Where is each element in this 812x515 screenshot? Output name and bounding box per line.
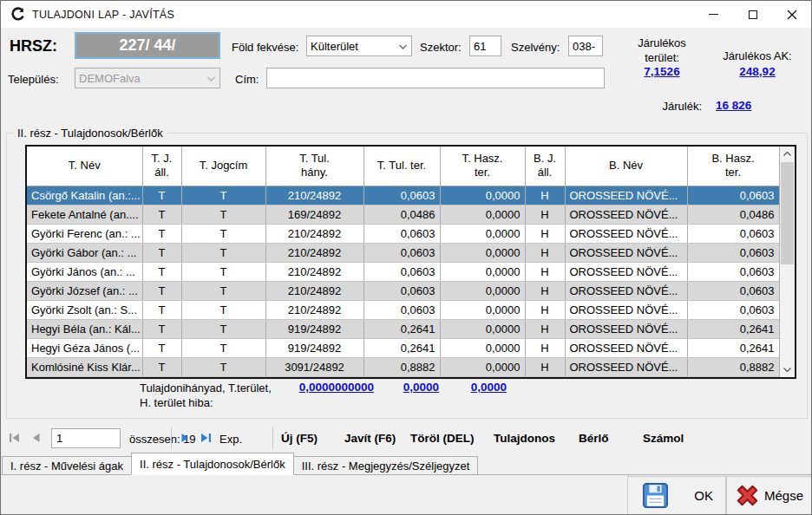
vertical-scrollbar[interactable] — [779, 147, 795, 377]
cell: T — [142, 262, 181, 281]
new-button[interactable]: Új (F5) — [281, 432, 318, 445]
table-row[interactable]: Hegyi Béla (an.: Kál...TT919/248920,2641… — [27, 319, 779, 338]
previous-record-icon — [31, 433, 42, 443]
fold-fekvese-value: Külterület — [311, 40, 358, 53]
table-row[interactable]: Komlósiné Kiss Klár...TT3091/248920,8882… — [27, 357, 779, 376]
edit-button[interactable]: Javít (F6) — [344, 432, 396, 445]
cell: Komlósiné Kiss Klár... — [27, 357, 142, 376]
delete-button[interactable]: Töröl (DEL) — [410, 432, 475, 445]
cell: 0,0000 — [440, 262, 525, 281]
table-row[interactable]: Györki János (an.: ...TT210/248920,06030… — [27, 262, 779, 281]
fold-fekvese-select[interactable]: Külterület — [306, 36, 412, 56]
column-header[interactable]: T. Tul. hány. — [265, 147, 363, 186]
szelveny-input[interactable]: 038- — [568, 36, 603, 56]
ok-label: OK — [694, 488, 713, 503]
cell: T — [142, 224, 181, 243]
owner-button[interactable]: Tulajdonos — [494, 432, 555, 445]
cancel-button[interactable]: Mégse — [726, 476, 812, 515]
szelveny-value: 038- — [573, 40, 595, 53]
table-row[interactable]: Fekete Antalné (an....TT169/248920,04860… — [27, 205, 779, 224]
cell: 0,8882 — [363, 357, 440, 376]
table-row[interactable]: Györki Zsolt (an.: S...TT210/248920,0603… — [27, 300, 779, 319]
column-header[interactable]: B. Hasz. ter. — [687, 147, 779, 186]
cell: 0,0000 — [440, 319, 525, 338]
cell: 0,0000 — [440, 224, 525, 243]
scrollbar-thumb[interactable] — [781, 162, 794, 264]
cell: T — [142, 186, 181, 205]
chevron-down-icon — [399, 44, 407, 49]
cell: 0,8882 — [687, 357, 779, 376]
jarulekos-terulet-value: 7,1526 — [619, 65, 705, 78]
owners-table: T. NévT. J. áll.T. JogcímT. Tul. hány.T.… — [27, 147, 780, 377]
cell: OROSSEED NÖVÉ... — [565, 357, 687, 376]
cell: 0,0000 — [440, 357, 525, 376]
cell: OROSSEED NÖVÉ... — [565, 300, 687, 319]
cim-label: Cím: — [235, 73, 259, 86]
tulajdoni-lap-window: TULAJDONI LAP - JAVÍTÁS HRSZ: 227/ 44/ F… — [0, 0, 812, 515]
column-header[interactable]: T. Hasz. ter. — [440, 147, 525, 186]
record-number-input[interactable]: 1 — [51, 428, 121, 448]
first-record-button[interactable] — [5, 429, 24, 447]
column-header[interactable]: T. Név — [27, 147, 142, 186]
cell: T — [181, 338, 265, 357]
cell: T — [142, 357, 181, 376]
cell: 0,0000 — [440, 300, 525, 319]
table-row[interactable]: Györki Ferenc (an.: ...TT210/248920,0603… — [27, 224, 779, 243]
table-row[interactable]: Csörgő Katalin (an.:...TT210/248920,0603… — [27, 186, 779, 205]
column-header[interactable]: T. J. áll. — [142, 147, 181, 186]
column-header[interactable]: T. Tul. ter. — [363, 147, 440, 186]
save-icon — [642, 482, 669, 509]
ok-button[interactable]: OK — [627, 476, 726, 515]
cell: 210/24892 — [265, 243, 363, 262]
cell: OROSSEED NÖVÉ... — [565, 338, 687, 357]
cell: 0,0603 — [363, 281, 440, 300]
cell: T — [142, 300, 181, 319]
minimize-button[interactable] — [694, 1, 733, 28]
cell: 919/24892 — [265, 338, 363, 357]
next-record-button[interactable] — [175, 429, 194, 447]
szektor-input[interactable]: 61 — [469, 36, 501, 56]
szektor-value: 61 — [474, 40, 486, 53]
cell: 0,2641 — [363, 319, 440, 338]
telepules-select[interactable]: DEMOFalva — [75, 68, 220, 88]
column-header[interactable]: T. Jogcím — [181, 147, 265, 186]
scroll-up-button[interactable] — [780, 147, 795, 161]
cancel-label: Mégse — [764, 488, 803, 503]
scroll-down-button[interactable] — [780, 362, 795, 377]
cell: H — [525, 205, 565, 224]
table-row[interactable]: Györki József (an.: ...TT210/248920,0603… — [27, 281, 779, 300]
cell: Hegyi Béla (an.: Kál... — [27, 319, 142, 338]
cell: 210/24892 — [265, 186, 363, 205]
cell: 0,0603 — [687, 186, 779, 205]
renter-button[interactable]: Bérlő — [579, 432, 609, 445]
column-header[interactable]: B. J. áll. — [525, 147, 565, 186]
maximize-button[interactable] — [733, 1, 772, 28]
cell: 169/24892 — [265, 205, 363, 224]
cell: T — [142, 281, 181, 300]
cell: T — [181, 224, 265, 243]
previous-record-button[interactable] — [27, 429, 46, 447]
cell: 0,0603 — [363, 186, 440, 205]
table-row[interactable]: Hegyi Géza János (...TT919/248920,26410,… — [27, 338, 779, 357]
tab-iii-resz-megjegyzes-szeljegyzet[interactable]: III. rész - Megjegyzés/Széljegyzet — [293, 456, 479, 475]
chevron-down-icon — [207, 76, 215, 81]
cell: H — [525, 338, 565, 357]
last-record-button[interactable] — [196, 429, 215, 447]
cell: T — [142, 205, 181, 224]
close-button[interactable] — [772, 1, 811, 28]
cell: 0,0000 — [440, 243, 525, 262]
table-row[interactable]: Györki Gábor (an.: ...TT210/248920,06030… — [27, 243, 779, 262]
cell: 0,0000 — [440, 338, 525, 357]
cell: T — [142, 243, 181, 262]
tab-i-resz-muvelesi-agak[interactable]: I. rész - Művelési ágak — [2, 456, 132, 475]
owners-grid: T. NévT. J. áll.T. JogcímT. Tul. hány.T.… — [25, 145, 796, 379]
last-record-icon — [200, 433, 212, 443]
cim-input[interactable] — [266, 68, 605, 88]
tab-ii-resz-tulajdonosok-berlok[interactable]: II. rész - Tulajdonosok/Bérlők — [131, 453, 294, 475]
cell: H — [525, 186, 565, 205]
cell: H — [525, 319, 565, 338]
export-button[interactable]: Exp. — [219, 433, 242, 446]
column-header[interactable]: B. Név — [565, 147, 687, 186]
error-tterulet-value: 0,0000 — [387, 381, 439, 394]
calculate-button[interactable]: Számol — [643, 432, 684, 445]
